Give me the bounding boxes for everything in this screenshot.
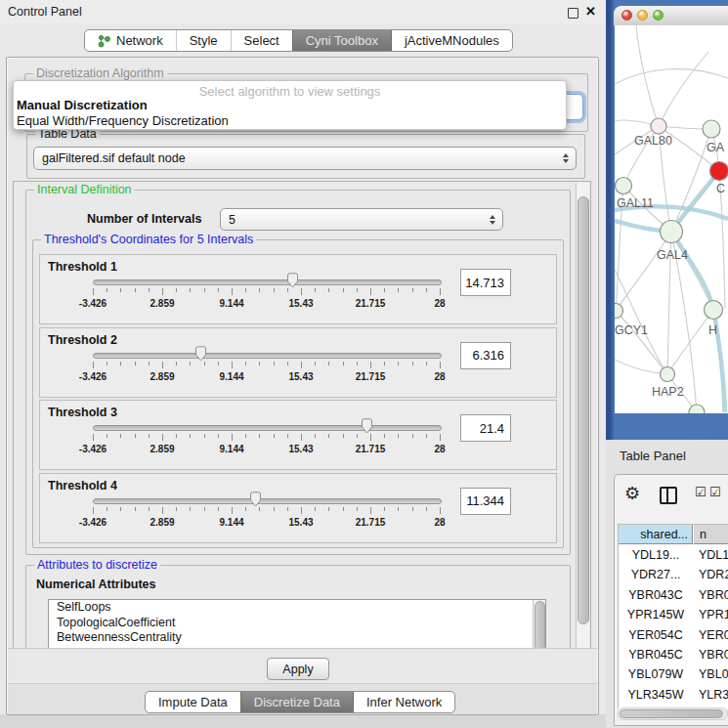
slider-tick — [315, 434, 316, 438]
cell-name: YLR3 — [693, 685, 728, 705]
table-horizontal-scrollbar[interactable] — [618, 707, 728, 720]
slider-tick — [218, 507, 219, 511]
slider-track[interactable] — [93, 279, 442, 285]
numerical-attributes-list[interactable]: SelfLoopsTopologicalCoefficientBetweenne… — [48, 599, 546, 650]
checkbox-icon[interactable]: ☑ — [709, 485, 721, 499]
table-row[interactable]: YPR145WYPR1 — [619, 605, 728, 624]
attribute-list-item[interactable]: SelfLoops — [49, 600, 545, 616]
slider-tick — [384, 434, 385, 438]
settings-scroll-area: Interval Definition Number of Intervals … — [13, 181, 591, 650]
panel-title: Control Panel — [8, 5, 82, 19]
network-canvas[interactable]: GAL80GACGAL11GAL4GCY1HHAP2 — [615, 25, 728, 413]
slider-thumb[interactable] — [194, 346, 207, 362]
numerical-attributes-label: Numerical Attributes — [36, 578, 155, 591]
algorithm-option[interactable]: Manual Discretization — [17, 98, 148, 112]
network-node[interactable] — [703, 120, 720, 138]
tab-jactivemnodules[interactable]: jActiveMNodules — [391, 30, 512, 51]
tab-discretize-data[interactable]: Discretize Data — [240, 692, 353, 712]
zoom-traffic-light-icon[interactable] — [653, 10, 664, 21]
slider-track[interactable] — [93, 498, 442, 504]
slider-tick — [274, 288, 275, 292]
network-icon — [98, 34, 110, 48]
table-row[interactable]: YLR345WYLR3 — [619, 685, 728, 705]
slider-thumb[interactable] — [286, 273, 299, 288]
table-row[interactable]: YBR043CYBR0 — [619, 585, 728, 605]
slider-tick-label: -3.426 — [79, 444, 107, 454]
number-of-intervals-label: Number of Intervals — [87, 212, 201, 226]
network-node[interactable] — [710, 162, 728, 181]
table-data-combobox[interactable]: galFiltered.sif default node — [33, 147, 577, 170]
slider-tick-label: 2.859 — [150, 371, 174, 382]
slider-tick — [426, 362, 427, 365]
slider-tick — [343, 434, 344, 438]
float-window-icon[interactable] — [568, 8, 578, 19]
cell-shared-name: YLR345W — [619, 685, 693, 705]
table-panel-title: Table Panel — [620, 449, 686, 463]
network-node[interactable] — [661, 221, 683, 243]
list-scrollbar[interactable] — [533, 600, 545, 650]
close-icon[interactable]: ✕ — [585, 4, 596, 19]
table-header-shared-name[interactable]: shared... — [619, 525, 693, 544]
number-of-intervals-value: 5 — [229, 213, 236, 227]
slider-tick — [149, 434, 150, 438]
network-node[interactable] — [705, 301, 723, 320]
slider-tick-label: 9.144 — [219, 298, 243, 309]
table-header-name[interactable]: n — [694, 525, 728, 544]
slider-tick-label: 28 — [434, 444, 445, 454]
network-node[interactable] — [651, 118, 666, 134]
slider-tick — [440, 507, 441, 514]
slider-tick — [107, 434, 107, 438]
slider-tick — [384, 507, 385, 511]
table-row[interactable]: YDR27...YDR2 — [619, 565, 728, 584]
tab-impute-data[interactable]: Impute Data — [146, 692, 240, 712]
split-columns-icon[interactable] — [660, 487, 677, 504]
slider-tick — [204, 288, 205, 292]
number-of-intervals-combobox[interactable]: 5 — [220, 208, 503, 231]
gear-icon[interactable]: ⚙ — [624, 483, 640, 504]
network-node[interactable] — [615, 304, 623, 319]
table-row[interactable]: YBR045CYBR0 — [619, 645, 728, 664]
checkbox-icon[interactable]: ☑ — [695, 485, 707, 499]
algorithm-option[interactable]: Equal Width/Frequency Discretization — [17, 113, 229, 128]
table-row[interactable]: YBL079WYBL0 — [619, 664, 728, 684]
network-node[interactable] — [661, 367, 675, 382]
tab-label: Infer Network — [366, 695, 442, 709]
slider-track[interactable] — [93, 425, 442, 431]
slider-tick — [287, 362, 288, 365]
attribute-list-item[interactable]: BetweennessCentrality — [49, 630, 545, 646]
tab-cyni-toolbox[interactable]: Cyni Toolbox — [292, 30, 391, 51]
algorithm-prompt: Select algorithm to view settings — [14, 84, 566, 99]
slider-tick-label: 15.43 — [288, 298, 313, 309]
cell-shared-name: YPR145W — [619, 605, 693, 624]
apply-button[interactable]: Apply — [267, 658, 329, 680]
slider-track[interactable] — [93, 353, 442, 359]
threshold-value-field[interactable]: 14.713 — [460, 269, 511, 296]
minimize-traffic-light-icon[interactable] — [637, 10, 648, 21]
table-row[interactable]: YDL19...YDL1 — [619, 545, 728, 565]
slider-thumb[interactable] — [361, 418, 373, 434]
threshold-value-field[interactable]: 6.316 — [460, 342, 511, 369]
cyni-toolbox-panel: Discretization Algorithm Table Data galF… — [6, 57, 599, 715]
cell-shared-name: YBR043C — [619, 585, 693, 605]
tab-network[interactable]: Network — [85, 30, 176, 51]
network-node[interactable] — [616, 178, 632, 194]
close-traffic-light-icon[interactable] — [621, 10, 632, 21]
slider-tick-label: 28 — [434, 517, 445, 528]
slider-tick — [412, 362, 413, 365]
node-label: HAP2 — [652, 385, 684, 399]
slider-tick — [120, 288, 121, 292]
tab-style[interactable]: Style — [176, 30, 231, 51]
slider-tick — [149, 507, 150, 511]
interval-definition-group: Interval Definition Number of Intervals … — [25, 190, 571, 555]
node-table[interactable]: shared...nYDL19...YDL1YDR27...YDR2YBR043… — [618, 524, 728, 708]
slider-tick — [190, 434, 191, 438]
tab-select[interactable]: Select — [231, 30, 292, 51]
settings-scrollbar[interactable] — [576, 183, 589, 648]
threshold-value-field[interactable]: 11.344 — [460, 488, 511, 515]
slider-tick — [412, 434, 413, 438]
threshold-value-field[interactable]: 21.4 — [460, 414, 511, 442]
slider-thumb[interactable] — [249, 492, 262, 507]
table-row[interactable]: YER054CYER0 — [619, 625, 728, 645]
attribute-list-item[interactable]: TopologicalCoefficient — [49, 616, 545, 631]
tab-infer-network[interactable]: Infer Network — [353, 692, 454, 712]
